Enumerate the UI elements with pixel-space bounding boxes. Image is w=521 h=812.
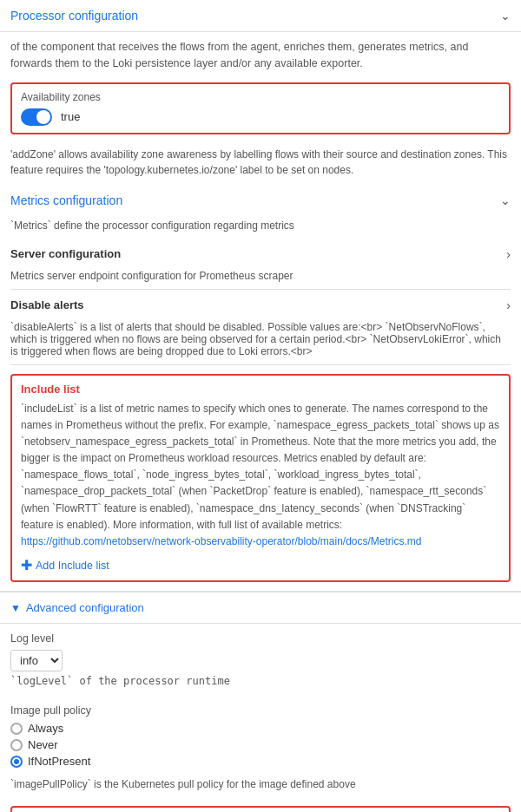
- radio-ifnotpresent-label: IfNotPresent: [28, 755, 90, 768]
- disable-alerts-chevron: ›: [506, 298, 511, 312]
- multi-cluster-box: Multi-cluster deployment true Set `multi…: [10, 806, 511, 812]
- processor-config-chevron: ⌄: [500, 9, 511, 23]
- image-pull-policy-hint: `imagePullPolicy` is the Kubernetes pull…: [0, 775, 521, 797]
- log-level-group: Log level info `logLevel` of the process…: [0, 624, 521, 696]
- availability-zones-hint: 'addZone' allows availability zone aware…: [0, 141, 521, 185]
- advanced-chevron-icon: ▼: [10, 602, 21, 614]
- include-list-desc: `includeList` is a list of metric names …: [21, 401, 500, 551]
- log-level-select-wrapper: info: [10, 650, 511, 671]
- disable-alerts-desc: `disableAlerts` is a list of alerts that…: [10, 321, 511, 364]
- availability-zones-value: true: [61, 110, 80, 123]
- server-config-subsection: Server configuration › Metrics server en…: [10, 239, 511, 290]
- log-level-hint: `logLevel` of the processor runtime: [10, 675, 511, 687]
- processor-config-title: Processor configuration: [10, 9, 138, 23]
- radio-never[interactable]: Never: [10, 738, 511, 751]
- radio-never-circle: [10, 739, 23, 751]
- radio-never-label: Never: [28, 738, 58, 751]
- availability-zones-label: Availability zones: [21, 91, 500, 103]
- add-include-list-button[interactable]: ✚ Add Include list: [21, 557, 500, 573]
- advanced-config-title: Advanced configuration: [26, 601, 144, 614]
- processor-config-section: Processor configuration ⌄ of the compone…: [0, 0, 521, 185]
- metrics-config-title: Metrics configuration: [10, 193, 122, 207]
- add-include-list-label: Add Include list: [36, 560, 109, 572]
- include-list-box: Include list `includeList` is a list of …: [10, 374, 511, 583]
- server-config-header[interactable]: Server configuration ›: [10, 239, 511, 270]
- advanced-config-header[interactable]: ▼ Advanced configuration: [0, 592, 521, 624]
- image-pull-policy-radio-group: Always Never IfNotPresent: [10, 722, 511, 768]
- availability-zones-toggle-row: true: [21, 108, 500, 126]
- log-level-hint-text: `logLevel` of the processor runtime: [10, 675, 230, 687]
- processor-intro: of the component that receives the flows…: [0, 32, 521, 75]
- disable-alerts-subsection: Disable alerts › `disableAlerts` is a li…: [10, 290, 511, 365]
- disable-alerts-title: Disable alerts: [10, 298, 84, 311]
- metrics-config-section: Metrics configuration ⌄ `Metrics` define…: [0, 185, 521, 593]
- server-config-desc: Metrics server endpoint configuration fo…: [10, 270, 511, 289]
- image-pull-policy-group: Image pull policy Always Never IfNotPres…: [0, 696, 521, 775]
- image-pull-policy-label: Image pull policy: [10, 704, 511, 717]
- metrics-config-chevron: ⌄: [500, 193, 511, 207]
- radio-ifnotpresent[interactable]: IfNotPresent: [10, 755, 511, 768]
- advanced-config-section: ▼ Advanced configuration Log level info …: [0, 592, 521, 812]
- radio-always-circle: [10, 723, 23, 735]
- radio-ifnotpresent-circle: [10, 756, 23, 768]
- metrics-link[interactable]: https://github.com/netobserv/network-obs…: [21, 535, 422, 547]
- radio-always[interactable]: Always: [10, 722, 511, 735]
- add-plus-icon: ✚: [21, 557, 32, 573]
- radio-always-label: Always: [28, 722, 63, 735]
- metrics-config-header[interactable]: Metrics configuration ⌄: [0, 185, 521, 216]
- availability-zones-toggle[interactable]: [21, 108, 52, 126]
- server-config-chevron: ›: [506, 247, 511, 261]
- include-list-label: Include list: [21, 383, 500, 396]
- log-level-select[interactable]: info: [10, 650, 63, 671]
- metrics-config-hint: `Metrics` define the processor configura…: [0, 216, 521, 239]
- availability-zones-box: Availability zones true: [10, 82, 511, 134]
- disable-alerts-header[interactable]: Disable alerts ›: [10, 290, 511, 321]
- processor-config-header[interactable]: Processor configuration ⌄: [0, 0, 521, 32]
- server-config-title: Server configuration: [10, 247, 121, 260]
- log-level-label: Log level: [10, 632, 511, 645]
